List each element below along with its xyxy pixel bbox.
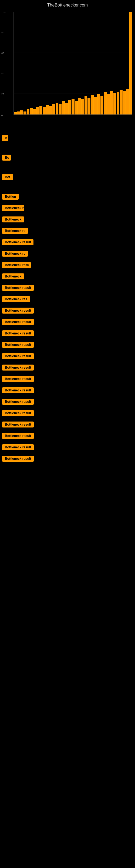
result-badge: Bottleneck result <box>2 353 34 359</box>
result-badge: Bottleneck result <box>2 285 34 291</box>
y-label-0: 0 <box>1 114 3 117</box>
result-badge: Bottleneck res <box>2 296 30 302</box>
result-badge: Bottleneck re <box>2 251 28 257</box>
chart-bar-23 <box>87 98 90 115</box>
result-badge: Bottleneck re <box>2 228 28 234</box>
result-badge: Bottleneck r <box>2 205 24 211</box>
spacer-25 <box>0 440 135 443</box>
result-badge: Bottleneck result <box>2 444 34 450</box>
spacer-2 <box>0 162 135 173</box>
chart-bar-29 <box>107 94 110 115</box>
chart-bar-33 <box>120 90 123 115</box>
chart-bar-17 <box>68 100 71 115</box>
chart-bar-10 <box>46 105 49 115</box>
result-badge: Bottleneck <box>2 216 24 222</box>
chart-bar-26 <box>97 94 100 115</box>
chart-bar-1 <box>17 112 20 115</box>
result-badge: Bottleneck result <box>2 376 34 382</box>
chart-area: 100 80 60 40 20 0 <box>0 9 135 123</box>
chart-bar-2 <box>20 111 23 115</box>
result-row: Bottleneck result <box>0 318 135 326</box>
chart-bar-15 <box>62 101 65 115</box>
result-badge: Bottleneck resu <box>2 262 31 268</box>
chart-bar-35 <box>126 89 129 115</box>
spacer-22 <box>0 406 135 409</box>
chart-bar-9 <box>43 107 46 115</box>
chart-bar-28 <box>104 92 107 115</box>
spacer-5 <box>0 212 135 215</box>
chart-bar-6 <box>33 109 36 115</box>
result-row: Bottleneck r <box>0 204 135 212</box>
result-badge: Bottleneck result <box>2 342 34 348</box>
result-badge: Bottleneck result <box>2 319 34 325</box>
result-row: Bottlen <box>0 192 135 201</box>
result-badge: Bottleneck result <box>2 308 34 314</box>
result-row: Bottleneck re <box>0 249 135 258</box>
site-title: TheBottlenecker.com <box>0 0 135 9</box>
result-row: Bottleneck result <box>0 352 135 361</box>
result-row: Bottleneck <box>0 215 135 224</box>
result-row: Bottleneck result <box>0 306 135 315</box>
chart-bar-24 <box>91 95 94 115</box>
spacer-3 <box>0 182 135 192</box>
spacer-6 <box>0 224 135 226</box>
result-badge: Bottleneck result <box>2 365 34 371</box>
result-row: Bottleneck result <box>0 375 135 383</box>
result-list: BBoBotBottlenBottleneck rBottleneckBottl… <box>0 123 135 463</box>
result-badge: Bottleneck result <box>2 422 34 428</box>
result-row: Bottleneck result <box>0 329 135 338</box>
chart-bar-30 <box>110 91 113 115</box>
result-badge: Bottleneck result <box>2 399 34 405</box>
chart-bar-19 <box>75 101 78 115</box>
result-badge: Bottlen <box>2 194 18 199</box>
y-label-20: 20 <box>1 93 4 95</box>
spacer-1 <box>0 143 135 153</box>
spacer-7 <box>0 235 135 238</box>
result-badge: Bottleneck result <box>2 330 34 336</box>
result-row: Bottleneck result <box>0 363 135 372</box>
result-row: B <box>0 134 135 143</box>
y-label-60: 60 <box>1 52 4 55</box>
chart-bars <box>14 12 132 115</box>
chart-bar-36 <box>129 12 132 115</box>
result-badge: Bot <box>2 174 13 180</box>
y-label-100: 100 <box>1 11 5 14</box>
result-row: Bottleneck re <box>0 226 135 235</box>
chart-bar-12 <box>52 104 55 115</box>
result-row: Bottleneck res <box>0 295 135 304</box>
chart-bar-7 <box>36 107 39 115</box>
spacer-20 <box>0 383 135 386</box>
chart-bar-8 <box>39 106 42 115</box>
result-row: Bottleneck resu <box>0 261 135 269</box>
result-badge: Bottleneck result <box>2 239 34 245</box>
chart-bar-32 <box>117 92 120 115</box>
chart-bar-3 <box>24 112 27 115</box>
result-row: Bottleneck result <box>0 397 135 406</box>
spacer-0 <box>0 123 135 134</box>
chart-bar-25 <box>94 97 97 115</box>
chart-bar-21 <box>81 99 84 115</box>
result-badge: Bottleneck result <box>2 433 34 439</box>
chart-bar-18 <box>72 99 75 115</box>
chart-bar-0 <box>14 112 17 115</box>
result-row: Bottleneck result <box>0 283 135 292</box>
spacer-4 <box>0 201 135 204</box>
spacer-11 <box>0 281 135 283</box>
spacer-19 <box>0 372 135 375</box>
spacer-13 <box>0 304 135 306</box>
chart-bar-27 <box>100 96 103 115</box>
result-badge: Bo <box>2 155 11 161</box>
result-row: Bottleneck result <box>0 340 135 349</box>
result-badge: Bottleneck <box>2 273 24 279</box>
chart-bar-16 <box>65 103 68 115</box>
result-badge: B <box>2 135 8 141</box>
spacer-17 <box>0 349 135 352</box>
result-badge: Bottleneck result <box>2 410 34 416</box>
chart-bar-31 <box>114 93 117 115</box>
result-row: Bottleneck result <box>0 420 135 429</box>
chart-bar-11 <box>49 106 52 115</box>
spacer-24 <box>0 429 135 432</box>
spacer-8 <box>0 247 135 249</box>
result-row: Bottleneck <box>0 272 135 281</box>
result-row: Bottleneck result <box>0 386 135 395</box>
